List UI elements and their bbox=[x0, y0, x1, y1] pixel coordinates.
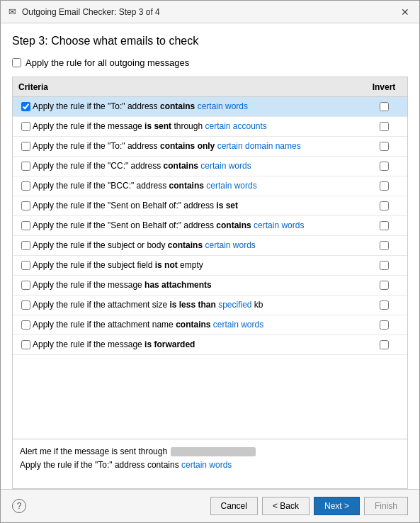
back-button[interactable]: < Back bbox=[262, 497, 310, 515]
invert-header-label: Invert bbox=[366, 82, 402, 92]
invert-checkbox[interactable] bbox=[380, 300, 389, 310]
summary-section: Alert me if the message is sent through … bbox=[12, 439, 408, 489]
criteria-checkbox[interactable] bbox=[21, 320, 30, 330]
invert-checkbox-cell bbox=[366, 201, 402, 210]
criteria-bold-text: has attachments bbox=[144, 280, 212, 290]
criteria-link[interactable]: certain domain names bbox=[217, 141, 301, 151]
criteria-link[interactable]: specified bbox=[218, 300, 251, 310]
footer-help: ? bbox=[12, 499, 210, 513]
invert-checkbox[interactable] bbox=[380, 221, 389, 230]
invert-checkbox[interactable] bbox=[380, 261, 389, 270]
criteria-checkbox-cell bbox=[18, 281, 33, 290]
invert-checkbox-cell bbox=[366, 102, 402, 111]
criteria-checkbox-cell bbox=[18, 340, 33, 349]
criteria-bold-text: contains bbox=[216, 220, 251, 230]
criteria-checkbox[interactable] bbox=[21, 281, 30, 290]
criteria-text: Apply the rule if the subject or body co… bbox=[33, 240, 366, 252]
main-content: Step 3: Choose what emails to check Appl… bbox=[1, 23, 419, 489]
step-title: Step 3: Choose what emails to check bbox=[12, 35, 408, 47]
criteria-bold-text: contains only bbox=[160, 141, 215, 151]
invert-checkbox[interactable] bbox=[380, 241, 389, 250]
invert-checkbox[interactable] bbox=[380, 340, 389, 349]
criteria-checkbox-cell bbox=[18, 261, 33, 270]
table-row[interactable]: Apply the rule if the "CC:" address cont… bbox=[13, 157, 407, 176]
invert-checkbox[interactable] bbox=[380, 122, 389, 131]
criteria-bold-text: is not bbox=[155, 260, 178, 270]
criteria-checkbox-cell bbox=[18, 320, 33, 330]
criteria-checkbox[interactable] bbox=[21, 181, 30, 191]
invert-checkbox-cell bbox=[366, 320, 402, 330]
table-row[interactable]: Apply the rule if the "BCC:" address con… bbox=[13, 176, 407, 196]
criteria-list: Apply the rule if the "To:" address cont… bbox=[13, 97, 407, 439]
title-bar-left: ✉ Outgoing Email Checker: Step 3 of 4 bbox=[6, 6, 160, 18]
apply-all-checkbox[interactable] bbox=[12, 58, 21, 67]
table-row[interactable]: Apply the rule if the subject field is n… bbox=[13, 256, 407, 276]
summary-line2-link[interactable]: certain words bbox=[181, 460, 232, 470]
invert-checkbox[interactable] bbox=[380, 162, 389, 171]
summary-line-2: Apply the rule if the "To:" address cont… bbox=[20, 459, 400, 472]
finish-button[interactable]: Finish bbox=[364, 497, 408, 515]
criteria-checkbox[interactable] bbox=[21, 102, 30, 111]
criteria-checkbox[interactable] bbox=[21, 340, 30, 349]
criteria-bold-text: contains bbox=[176, 320, 210, 330]
invert-checkbox[interactable] bbox=[380, 181, 389, 191]
invert-checkbox-cell bbox=[366, 340, 402, 349]
criteria-checkbox[interactable] bbox=[21, 162, 30, 171]
criteria-checkbox[interactable] bbox=[21, 122, 30, 131]
criteria-header: Criteria Invert bbox=[13, 77, 407, 97]
criteria-checkbox-cell bbox=[18, 300, 33, 310]
table-row[interactable]: Apply the rule if the attachment size is… bbox=[13, 296, 407, 315]
table-row[interactable]: Apply the rule if the "To:" address cont… bbox=[13, 97, 407, 117]
apply-all-label: Apply the rule for all outgoing messages bbox=[25, 57, 189, 68]
table-row[interactable]: Apply the rule if the message is sent th… bbox=[13, 117, 407, 137]
criteria-checkbox[interactable] bbox=[21, 261, 30, 270]
criteria-bold-text: contains bbox=[169, 181, 204, 191]
table-row[interactable]: Apply the rule if the attachment name co… bbox=[13, 315, 407, 335]
table-row[interactable]: Apply the rule if the message is forward… bbox=[13, 335, 407, 355]
criteria-text: Apply the rule if the attachment size is… bbox=[33, 299, 366, 311]
criteria-link[interactable]: certain words bbox=[198, 101, 248, 111]
invert-checkbox[interactable] bbox=[380, 320, 389, 330]
invert-checkbox[interactable] bbox=[380, 142, 389, 151]
table-row[interactable]: Apply the rule if the "To:" address cont… bbox=[13, 137, 407, 157]
criteria-checkbox[interactable] bbox=[21, 201, 30, 210]
help-button[interactable]: ? bbox=[12, 499, 26, 513]
criteria-text: Apply the rule if the "Sent on Behalf of… bbox=[33, 200, 366, 212]
criteria-header-label: Criteria bbox=[18, 82, 366, 92]
criteria-checkbox[interactable] bbox=[21, 300, 30, 310]
criteria-bold-text: is forwarded bbox=[144, 339, 195, 349]
criteria-link[interactable]: certain words bbox=[254, 220, 304, 230]
criteria-link[interactable]: certain accounts bbox=[205, 121, 266, 131]
title-bar: ✉ Outgoing Email Checker: Step 3 of 4 ✕ bbox=[1, 1, 419, 23]
criteria-link[interactable]: certain words bbox=[213, 320, 263, 330]
table-row[interactable]: Apply the rule if the subject or body co… bbox=[13, 236, 407, 256]
close-button[interactable]: ✕ bbox=[397, 5, 414, 19]
invert-checkbox-cell bbox=[366, 300, 402, 310]
table-row[interactable]: Apply the rule if the "Sent on Behalf of… bbox=[13, 216, 407, 236]
invert-checkbox[interactable] bbox=[380, 102, 389, 111]
criteria-checkbox[interactable] bbox=[21, 221, 30, 230]
table-row[interactable]: Apply the rule if the message has attach… bbox=[13, 276, 407, 296]
footer-buttons: Cancel < Back Next > Finish bbox=[210, 497, 408, 515]
criteria-checkbox-cell bbox=[18, 122, 33, 131]
criteria-text: Apply the rule if the subject field is n… bbox=[33, 259, 366, 271]
criteria-link[interactable]: certain words bbox=[206, 181, 256, 191]
summary-line-1: Alert me if the message is sent through bbox=[20, 445, 400, 459]
criteria-checkbox[interactable] bbox=[21, 142, 30, 151]
criteria-text: Apply the rule if the "CC:" address cont… bbox=[33, 160, 366, 172]
criteria-text: Apply the rule if the message is forward… bbox=[33, 339, 366, 351]
criteria-bold-text: is less than bbox=[169, 300, 215, 310]
table-row[interactable]: Apply the rule if the "Sent on Behalf of… bbox=[13, 196, 407, 216]
cancel-button[interactable]: Cancel bbox=[210, 497, 258, 515]
title-bar-text: Outgoing Email Checker: Step 3 of 4 bbox=[22, 7, 160, 17]
invert-checkbox[interactable] bbox=[380, 201, 389, 210]
criteria-bold-text: is sent bbox=[144, 121, 171, 131]
criteria-link[interactable]: certain words bbox=[200, 161, 251, 171]
invert-checkbox-cell bbox=[366, 281, 402, 290]
invert-checkbox[interactable] bbox=[380, 281, 389, 290]
next-button[interactable]: Next > bbox=[314, 497, 360, 515]
invert-checkbox-cell bbox=[366, 122, 402, 131]
criteria-link[interactable]: certain words bbox=[205, 240, 255, 250]
criteria-checkbox[interactable] bbox=[21, 241, 30, 250]
summary-line2-prefix: Apply the rule if the "To:" address cont… bbox=[20, 460, 181, 470]
